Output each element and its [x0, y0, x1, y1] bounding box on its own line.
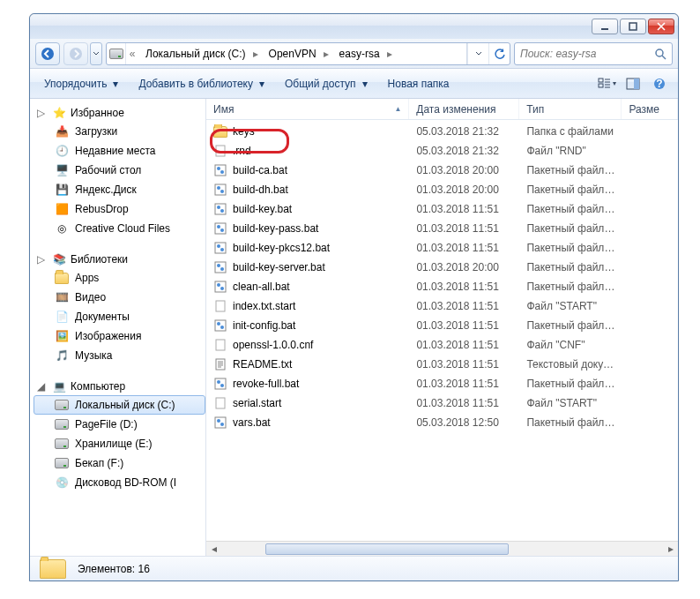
- crumb-root-dropdown[interactable]: «: [126, 43, 138, 64]
- file-type: Пакетный файл ...: [519, 281, 622, 293]
- horizontal-scrollbar[interactable]: ◂ ▸: [206, 541, 678, 556]
- sidebar-item-drive-c[interactable]: Локальный диск (C:): [34, 395, 205, 415]
- search-input[interactable]: [520, 48, 654, 60]
- sidebar-item-desktop[interactable]: 🖥️Рабочий стол: [34, 161, 205, 180]
- help-icon: ?: [653, 78, 666, 90]
- sidebar-item-pictures[interactable]: 🖼️Изображения: [34, 326, 205, 346]
- file-date: 01.03.2018 20:00: [409, 164, 519, 176]
- file-row[interactable]: README.txt01.03.2018 11:51Текстовый доку…: [206, 355, 678, 374]
- file-date: 05.03.2018 12:50: [409, 416, 519, 429]
- sidebar-item-recent[interactable]: 🕘Недавние места: [34, 141, 205, 161]
- sidebar-label: Библиотеки: [71, 253, 128, 266]
- scroll-left-button[interactable]: ◂: [206, 542, 221, 557]
- file-icon: [213, 396, 227, 410]
- forward-button[interactable]: [63, 42, 88, 65]
- svg-point-14: [220, 170, 224, 174]
- new-folder-button[interactable]: Новая папка: [381, 73, 457, 94]
- drive-icon: [54, 417, 70, 431]
- back-button[interactable]: [35, 42, 60, 65]
- crumb-sep[interactable]: ▸: [249, 43, 262, 64]
- scroll-thumb[interactable]: [265, 543, 509, 555]
- crumb-sep[interactable]: ▸: [320, 43, 332, 64]
- svg-point-22: [217, 225, 220, 228]
- minimize-button[interactable]: [592, 19, 618, 34]
- file-row[interactable]: revoke-full.bat01.03.2018 11:51Пакетный …: [206, 374, 678, 393]
- file-icon: [213, 202, 227, 216]
- organize-button[interactable]: Упорядочить▾: [37, 73, 128, 94]
- file-row[interactable]: index.txt.start01.03.2018 11:51Файл "STA…: [206, 296, 678, 316]
- svg-rect-38: [216, 359, 225, 370]
- sidebar-item-drive-f[interactable]: Бекап (F:): [34, 453, 205, 473]
- scroll-right-button[interactable]: ▸: [663, 542, 678, 557]
- address-bar[interactable]: « Локальный диск (C:) ▸ OpenVPN ▸ easy-r…: [106, 42, 510, 65]
- file-row[interactable]: build-key-pkcs12.bat01.03.2018 11:51Паке…: [206, 238, 678, 258]
- view-options-button[interactable]: ▾: [595, 73, 618, 94]
- sidebar-item-apps[interactable]: Apps: [34, 268, 205, 288]
- add-to-library-button[interactable]: Добавить в библиотеку▾: [131, 73, 274, 94]
- sidebar-head-favorites[interactable]: ▷⭐Избранное: [34, 104, 205, 122]
- file-row[interactable]: build-ca.bat01.03.2018 20:00Пакетный фай…: [206, 161, 678, 180]
- file-row[interactable]: build-key-pass.bat01.03.2018 11:51Пакетн…: [206, 219, 678, 238]
- file-row[interactable]: build-dh.bat01.03.2018 20:00Пакетный фай…: [206, 180, 678, 199]
- svg-point-29: [220, 267, 224, 271]
- file-date: 01.03.2018 11:51: [409, 397, 519, 409]
- file-row[interactable]: .rnd05.03.2018 21:32Файл "RND": [206, 141, 678, 161]
- file-date: 05.03.2018 21:32: [409, 145, 519, 157]
- crumb-easyrsa[interactable]: easy-rsa: [332, 43, 384, 64]
- sidebar-item-documents[interactable]: 📄Документы: [34, 307, 205, 326]
- col-name[interactable]: Имя: [206, 99, 409, 119]
- file-row[interactable]: build-key.bat01.03.2018 11:51Пакетный фа…: [206, 199, 678, 219]
- svg-point-32: [220, 287, 224, 290]
- sidebar-item-drive-e[interactable]: Хранилище (E:): [34, 434, 205, 453]
- rebus-icon: 🟧: [54, 202, 70, 216]
- file-row[interactable]: clean-all.bat01.03.2018 11:51Пакетный фа…: [206, 277, 678, 296]
- col-date[interactable]: Дата изменения: [409, 99, 519, 119]
- recent-pages-button[interactable]: [90, 42, 102, 65]
- file-type: Файл "START": [519, 300, 622, 312]
- close-button[interactable]: [648, 19, 674, 34]
- explorer-window: « Локальный диск (C:) ▸ OpenVPN ▸ easy-r…: [29, 13, 679, 581]
- sidebar-item-downloads[interactable]: 📥Загрузки: [34, 122, 205, 141]
- sidebar-head-computer[interactable]: ◢💻Компьютер: [34, 378, 205, 395]
- file-icon: [213, 144, 227, 158]
- crumb-sep[interactable]: ▸: [384, 43, 396, 64]
- maximize-button[interactable]: [620, 19, 646, 34]
- addr-dropdown-button[interactable]: [467, 43, 488, 64]
- chevron-down-icon: [475, 51, 482, 56]
- sidebar-item-drive-d[interactable]: PageFile (D:): [34, 415, 205, 434]
- sidebar-item-music[interactable]: 🎵Музыка: [34, 346, 205, 365]
- sidebar-item-video[interactable]: 🎞️Видео: [34, 288, 205, 307]
- file-row[interactable]: keys05.03.2018 21:32Папка с файлами: [206, 122, 678, 141]
- svg-rect-43: [215, 417, 226, 428]
- sidebar-item-yandex[interactable]: 💾Яндекс.Диск: [34, 180, 205, 199]
- svg-point-41: [220, 384, 224, 387]
- computer-icon: 💻: [51, 379, 67, 393]
- content-area: ▷⭐Избранное 📥Загрузки 🕘Недавние места 🖥️…: [30, 99, 678, 556]
- drive-icon: [54, 456, 70, 470]
- file-type: Пакетный файл ...: [519, 261, 622, 273]
- file-name: vars.bat: [233, 416, 271, 429]
- preview-pane-button[interactable]: [622, 73, 644, 94]
- refresh-button[interactable]: [488, 43, 510, 64]
- file-row[interactable]: openssl-1.0.0.cnf01.03.2018 11:51Файл "C…: [206, 335, 678, 355]
- file-row[interactable]: build-key-server.bat01.03.2018 20:00Паке…: [206, 258, 678, 277]
- file-name: clean-all.bat: [233, 281, 290, 293]
- svg-rect-21: [215, 223, 226, 234]
- sidebar-item-rebusdrop[interactable]: 🟧RebusDrop: [34, 199, 205, 219]
- crumb-openvpn[interactable]: OpenVPN: [262, 43, 320, 64]
- col-size[interactable]: Разме: [622, 99, 678, 119]
- sidebar-item-creative-cloud[interactable]: ◎Creative Cloud Files: [34, 219, 205, 238]
- crumb-drive[interactable]: Локальный диск (C:): [138, 43, 249, 64]
- help-button[interactable]: ?: [648, 73, 671, 94]
- col-type[interactable]: Тип: [519, 99, 622, 119]
- sidebar-item-bdrom[interactable]: 💿Дисковод BD-ROM (I: [34, 473, 205, 492]
- file-row[interactable]: init-config.bat01.03.2018 11:51Пакетный …: [206, 316, 678, 335]
- folder-large-icon: [37, 558, 69, 580]
- file-row[interactable]: vars.bat05.03.2018 12:50Пакетный файл ..…: [206, 413, 678, 432]
- scroll-track[interactable]: [221, 542, 663, 557]
- search-icon: [654, 48, 666, 60]
- search-box[interactable]: [514, 42, 673, 65]
- share-button[interactable]: Общий доступ▾: [278, 73, 377, 94]
- file-row[interactable]: serial.start01.03.2018 11:51Файл "START": [206, 393, 678, 413]
- sidebar-head-libraries[interactable]: ▷📚Библиотеки: [34, 251, 205, 268]
